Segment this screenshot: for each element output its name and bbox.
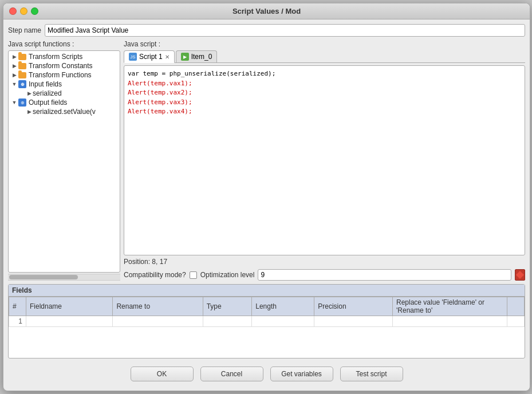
tree-label-serialized: serialized	[33, 89, 62, 97]
scrollbar-thumb[interactable]	[9, 275, 78, 279]
cell-rename	[113, 316, 203, 327]
tree-arrow-serialized: ▶	[26, 90, 33, 97]
tree-label-output-fields: Output fields	[29, 98, 67, 107]
tab-script1[interactable]: JS Script 1 ✕	[124, 50, 175, 63]
code-line-4: Alert(temp.vax4);	[128, 107, 521, 117]
left-panel-label: Java script functions :	[8, 40, 120, 48]
position-row: Position: 8, 17	[124, 258, 525, 266]
sidebar-item-transform-functions[interactable]: ▶ Transform Functions	[10, 70, 119, 80]
tree-arrow-transform-constants: ▶	[11, 62, 18, 69]
minimize-button[interactable]	[20, 7, 27, 15]
window-controls	[9, 7, 38, 15]
opt-label: Optimization level	[200, 271, 255, 279]
fields-table-element: # Fieldname Rename to Type Length Precis…	[9, 297, 525, 327]
tree-container: ▶ Transform Scripts ▶ Transform Constant…	[8, 50, 120, 273]
fields-header: Fields	[9, 285, 525, 297]
folder-icon-transform-constants	[18, 62, 27, 70]
tree-arrow-transform-functions: ▶	[11, 72, 18, 78]
tree-label-transform-constants: Transform Constants	[29, 62, 93, 70]
fields-table: # Fieldname Rename to Type Length Precis…	[9, 297, 525, 358]
tree-label-transform-scripts: Transform Scripts	[29, 53, 82, 61]
code-line-2: Alert(temp.vax2);	[128, 88, 521, 98]
cell-extra	[507, 316, 525, 327]
compat-checkbox[interactable]	[190, 271, 197, 279]
col-header-precision: Precision	[314, 297, 393, 316]
cancel-button[interactable]: Cancel	[200, 367, 263, 381]
tab-script1-label: Script 1	[139, 53, 163, 61]
compat-row: Compatibility mode? Optimization level	[124, 269, 525, 281]
cell-num: 1	[9, 316, 26, 327]
opt-input[interactable]	[258, 269, 511, 281]
step-name-label: Step name	[8, 26, 41, 34]
col-header-length: Length	[252, 297, 314, 316]
window-title: Script Values / Mod	[232, 7, 301, 15]
tree-arrow-output-fields: ▼	[11, 99, 18, 106]
right-panel: Java script : JS Script 1 ✕ ▶ Item_0 var	[124, 40, 525, 281]
tree-arrow-input-fields: ▼	[11, 81, 18, 88]
left-panel: Java script functions : ▶ Transform Scri…	[8, 40, 120, 281]
tree-label-input-fields: Input fields	[29, 80, 62, 88]
item-tab-icon: ▶	[181, 53, 189, 61]
input-fields-icon: ⊕	[18, 80, 27, 88]
content-area: Step name Java script functions : ▶ Tran…	[3, 19, 530, 391]
main-window: Script Values / Mod Step name Java scrip…	[3, 3, 530, 391]
col-header-replace: Replace value 'Fieldname' or 'Rename to'	[393, 297, 507, 316]
code-editor[interactable]: var temp = php_unserialize(serialized); …	[124, 65, 525, 255]
output-fields-icon: ⊕	[18, 98, 27, 107]
tabs-row: JS Script 1 ✕ ▶ Item_0	[124, 50, 525, 63]
tree-label-transform-functions: Transform Functions	[29, 71, 92, 79]
main-area: Java script functions : ▶ Transform Scri…	[8, 40, 525, 281]
sidebar-item-output-fields[interactable]: ▼ ⊕ Output fields	[10, 98, 119, 107]
opt-button[interactable]	[515, 269, 525, 281]
cell-precision	[314, 316, 393, 327]
sidebar-item-input-fields[interactable]: ▼ ⊕ Input fields	[10, 80, 119, 89]
cell-type	[203, 316, 252, 327]
test-script-button[interactable]: Test script	[340, 367, 403, 381]
col-header-fieldname: Fieldname	[26, 297, 113, 316]
tab-item0[interactable]: ▶ Item_0	[176, 50, 218, 62]
step-name-input[interactable]	[45, 24, 525, 37]
sidebar-item-transform-constants[interactable]: ▶ Transform Constants	[10, 61, 119, 70]
tree-arrow-transform-scripts: ▶	[11, 53, 18, 60]
cell-fieldname	[26, 316, 113, 327]
maximize-button[interactable]	[31, 7, 38, 15]
left-scrollbar[interactable]	[8, 274, 120, 281]
col-header-type: Type	[203, 297, 252, 316]
folder-icon-transform-scripts	[18, 53, 27, 61]
ok-button[interactable]: OK	[131, 367, 194, 381]
tree-label-serialized-setvalue: serialized.setValue(v	[33, 108, 96, 116]
table-row: 1	[9, 316, 525, 327]
get-variables-button[interactable]: Get variables	[270, 367, 333, 381]
cell-length	[252, 316, 314, 327]
col-header-rename: Rename to	[113, 297, 203, 316]
code-line-0: var temp = php_unserialize(serialized);	[128, 69, 521, 79]
close-button[interactable]	[9, 7, 17, 15]
col-header-extra	[507, 297, 525, 316]
js-label: Java script :	[124, 40, 525, 48]
tab-item0-label: Item_0	[191, 53, 212, 61]
script-tab-icon: JS	[129, 53, 137, 61]
tab-close-script1[interactable]: ✕	[165, 54, 170, 60]
diamond-icon	[516, 271, 524, 279]
step-name-row: Step name	[8, 24, 525, 37]
fields-section: Fields # Fieldname Rename to Type Length…	[8, 284, 525, 358]
cell-replace	[393, 316, 507, 327]
code-line-1: Alert(temp.vax1);	[128, 79, 521, 89]
sidebar-item-serialized[interactable]: ▶ serialized	[10, 89, 119, 98]
position-text: Position: 8, 17	[124, 258, 167, 266]
compat-label: Compatibility mode?	[124, 271, 186, 279]
sidebar-item-transform-scripts[interactable]: ▶ Transform Scripts	[10, 52, 119, 61]
code-line-3: Alert(temp.vax3);	[128, 98, 521, 108]
titlebar: Script Values / Mod	[3, 3, 530, 19]
col-header-num: #	[9, 297, 26, 316]
button-row: OK Cancel Get variables Test script	[8, 362, 525, 386]
tree-arrow-serialized-setvalue: ▶	[26, 108, 33, 115]
folder-icon-transform-functions	[18, 71, 27, 79]
sidebar-item-serialized-setvalue[interactable]: ▶ serialized.setValue(v	[10, 107, 119, 116]
